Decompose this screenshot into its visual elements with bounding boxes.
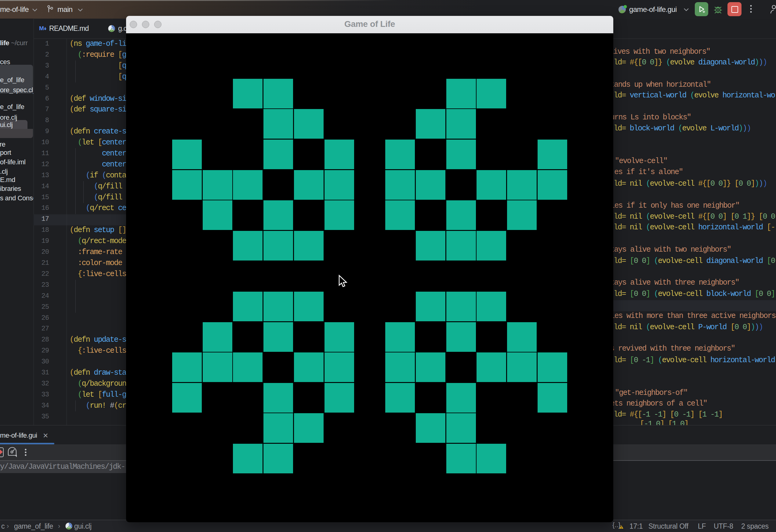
svg-text:M: M: [39, 25, 44, 31]
